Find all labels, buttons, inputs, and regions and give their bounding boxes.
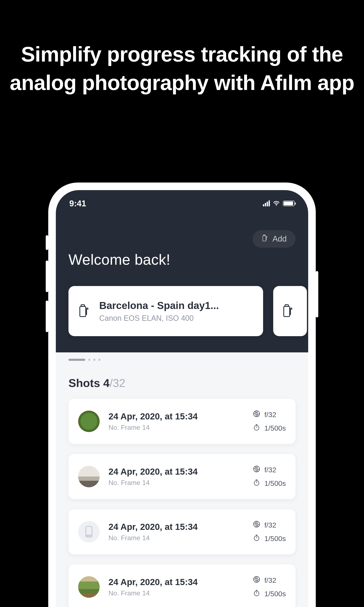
svg-point-10: [254, 411, 260, 417]
roll-card[interactable]: Barcelona - Spain day1... Canon EOS ELAN…: [68, 286, 263, 336]
battery-icon: [283, 201, 295, 206]
shot-shutter: 1/500s: [264, 534, 286, 543]
shot-aperture: f/32: [264, 410, 276, 419]
status-time: 9:41: [69, 199, 86, 208]
shot-date: 24 Apr, 2020, at 15:34: [108, 522, 244, 532]
svg-point-16: [254, 481, 259, 486]
svg-rect-5: [81, 305, 84, 306]
shots-total: 32: [113, 377, 125, 389]
svg-rect-4: [80, 306, 86, 317]
shot-aperture: f/32: [264, 576, 276, 584]
shot-thumbnail: [78, 576, 100, 598]
svg-rect-7: [284, 306, 290, 317]
shot-thumbnail: [78, 466, 100, 487]
svg-rect-1: [263, 236, 266, 241]
shots-sep: /: [110, 377, 113, 389]
film-roll-icon: [79, 304, 89, 318]
shot-date: 24 Apr, 2020, at 15:34: [108, 411, 244, 422]
shots-label: Shots: [68, 377, 103, 389]
shot-aperture: f/32: [264, 466, 276, 474]
aperture-icon: [253, 410, 260, 419]
stopwatch-icon: [253, 479, 260, 488]
svg-rect-8: [285, 305, 288, 306]
phone-screen: 9:41: [56, 190, 308, 607]
stopwatch-icon: [253, 534, 260, 543]
shot-shutter: 1/500s: [264, 479, 286, 488]
app-header: 9:41: [56, 190, 308, 352]
phone-frame: 9:41: [48, 183, 316, 607]
aperture-icon: [253, 521, 260, 529]
roll-subtitle: Canon EOS ELAN, ISO 400: [99, 314, 219, 323]
film-roll-icon: [283, 304, 293, 318]
aperture-icon: [253, 576, 260, 585]
svg-point-25: [254, 521, 260, 527]
shot-date: 24 Apr, 2020, at 15:34: [108, 577, 244, 587]
shot-date: 24 Apr, 2020, at 15:34: [108, 467, 244, 477]
phone-frame-wrap: 9:41: [48, 183, 316, 607]
film-roll-icon: [261, 234, 269, 243]
shots-header: Shots 4/32: [68, 376, 125, 389]
page-indicator: [68, 359, 101, 361]
stopwatch-icon: [253, 424, 260, 433]
aperture-icon: [253, 465, 260, 474]
status-bar: 9:41: [56, 190, 308, 209]
svg-point-26: [254, 536, 259, 541]
welcome-title: Welcome back!: [68, 251, 170, 268]
shot-thumbnail: [78, 521, 100, 542]
shots-count: 4: [103, 377, 110, 389]
shot-frame: No. Frame 14: [108, 534, 244, 542]
svg-point-30: [254, 576, 260, 582]
shot-shutter: 1/500s: [264, 424, 286, 432]
shot-card[interactable]: 24 Apr, 2020, at 15:34 No. Frame 14 f/32…: [68, 564, 296, 607]
svg-point-15: [254, 466, 260, 472]
svg-rect-2: [263, 235, 265, 236]
shot-card[interactable]: 24 Apr, 2020, at 15:34 No. Frame 14 f/32…: [68, 399, 296, 444]
signal-icon: [263, 200, 270, 206]
add-button[interactable]: Add: [253, 230, 296, 248]
stopwatch-icon: [253, 589, 260, 598]
shot-thumbnail: [78, 410, 100, 432]
shot-shutter: 1/500s: [264, 590, 286, 598]
shot-card[interactable]: 24 Apr, 2020, at 15:34 No. Frame 14 f/32…: [68, 454, 296, 499]
shots-list: 24 Apr, 2020, at 15:34 No. Frame 14 f/32…: [68, 399, 296, 607]
shot-frame: No. Frame 14: [108, 479, 244, 487]
shot-frame: No. Frame 14: [108, 424, 244, 431]
add-button-label: Add: [272, 234, 287, 243]
svg-point-0: [276, 205, 277, 206]
shot-card[interactable]: 24 Apr, 2020, at 15:34 No. Frame 14 f/32…: [68, 509, 296, 554]
promo-headline: Simplify progress tracking of the analog…: [0, 0, 364, 97]
shot-frame: No. Frame 14: [108, 589, 244, 597]
roll-title: Barcelona - Spain day1...: [99, 300, 219, 311]
wifi-icon: [273, 200, 280, 207]
svg-point-31: [254, 591, 259, 596]
roll-card-next[interactable]: [273, 286, 307, 336]
shot-aperture: f/32: [264, 521, 276, 529]
